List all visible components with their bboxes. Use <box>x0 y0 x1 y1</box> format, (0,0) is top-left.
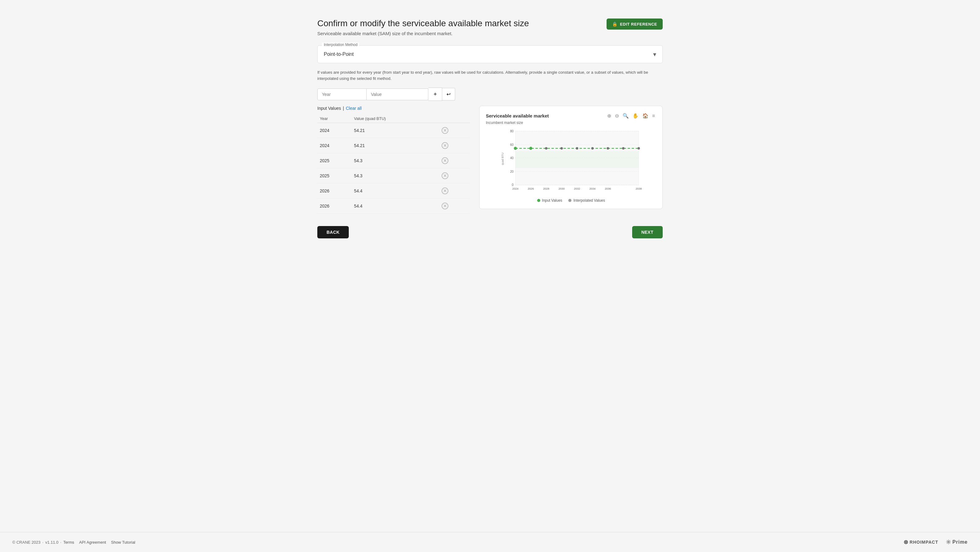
year-cell: 2026 <box>317 199 352 214</box>
footer-left: © CRANE 2023 · v1.11.0 · Terms API Agree… <box>12 540 135 545</box>
delete-row-button[interactable]: ✕ <box>441 141 449 150</box>
table-row: 2024 54.21 ✕ <box>317 138 470 153</box>
year-cell: 2025 <box>317 153 352 169</box>
year-input[interactable] <box>317 89 367 100</box>
chart-svg: 80 60 40 20 0 quad BTU <box>486 128 656 196</box>
delete-row-button[interactable]: ✕ <box>441 126 449 135</box>
menu-button[interactable]: ≡ <box>651 113 656 119</box>
svg-text:2024: 2024 <box>512 187 519 190</box>
legend-input-dot <box>537 199 540 202</box>
delete-row-button[interactable]: ✕ <box>441 156 449 165</box>
delete-icon: ✕ <box>442 157 449 164</box>
values-table: Year Value (quad BTU) 2024 54.21 ✕ 2024 … <box>317 115 470 214</box>
delete-icon: ✕ <box>442 172 449 179</box>
svg-rect-1 <box>515 151 639 168</box>
svg-text:2032: 2032 <box>574 187 580 190</box>
svg-text:2038: 2038 <box>636 187 642 190</box>
chart-section: Serviceable available market ⊕ ⊖ 🔍 ✋ 🏠 ≡… <box>479 106 663 209</box>
clear-all-link[interactable]: Clear all <box>346 106 361 111</box>
legend-interpolated-values: Interpolated Values <box>568 198 605 203</box>
chart-title: Serviceable available market <box>486 113 549 118</box>
interpolation-method-section: Interpolation Method Point-to-Point ▾ <box>317 45 663 63</box>
interpolation-method-value: Point-to-Point <box>324 51 354 57</box>
svg-point-21 <box>622 147 625 150</box>
svg-text:quad BTU: quad BTU <box>501 153 504 165</box>
input-values-section: Input Values | Clear all Year Value (qua… <box>317 106 470 214</box>
value-cell: 54.4 <box>352 183 438 199</box>
table-row: 2025 54.3 ✕ <box>317 153 470 169</box>
svg-point-15 <box>530 147 533 150</box>
next-button[interactable]: NEXT <box>632 226 663 239</box>
edit-reference-button[interactable]: 🔒 EDIT REFERENCE <box>606 19 663 30</box>
rhoimpact-logo: ⊗ RHOIMPACT <box>904 539 939 546</box>
svg-text:2028: 2028 <box>543 187 549 190</box>
svg-point-19 <box>592 147 594 150</box>
zoom-in-button[interactable]: ⊕ <box>606 112 612 119</box>
value-cell: 54.4 <box>352 199 438 214</box>
drag-button[interactable]: ✋ <box>631 112 640 119</box>
copyright: © CRANE 2023 <box>12 540 40 545</box>
table-row: 2026 54.4 ✕ <box>317 199 470 214</box>
svg-text:2026: 2026 <box>528 187 534 190</box>
table-row: 2025 54.3 ✕ <box>317 169 470 183</box>
year-cell: 2026 <box>317 183 352 199</box>
col-value-header: Value (quad BTU) <box>352 115 438 123</box>
zoom-out-button[interactable]: ⊖ <box>614 112 620 119</box>
value-cell: 54.21 <box>352 123 438 138</box>
legend-interpolated-dot <box>568 199 571 202</box>
value-input[interactable] <box>367 89 428 100</box>
version: v1.11.0 <box>45 540 59 545</box>
footer-sep2: · <box>60 540 62 545</box>
delete-icon: ✕ <box>442 203 449 209</box>
footer-sep1: · <box>42 540 43 545</box>
home-button[interactable]: 🏠 <box>641 112 650 119</box>
svg-text:80: 80 <box>510 129 514 133</box>
col-year-header: Year <box>317 115 352 123</box>
svg-text:0: 0 <box>512 183 514 186</box>
page-subtitle: Serviceable available market (SAM) size … <box>317 31 529 36</box>
svg-text:60: 60 <box>510 143 514 146</box>
svg-text:20: 20 <box>510 170 514 173</box>
separator: | <box>343 106 344 111</box>
undo-button[interactable]: ↩ <box>442 88 455 100</box>
delete-icon: ✕ <box>442 142 449 149</box>
svg-text:2030: 2030 <box>559 187 565 190</box>
delete-row-button[interactable]: ✕ <box>441 186 449 195</box>
delete-row-button[interactable]: ✕ <box>441 172 449 180</box>
table-row: 2026 54.4 ✕ <box>317 183 470 199</box>
chart-legend: Input Values Interpolated Values <box>486 198 656 203</box>
legend-interpolated-label: Interpolated Values <box>573 198 605 203</box>
year-cell: 2024 <box>317 123 352 138</box>
chart-container: 80 60 40 20 0 quad BTU <box>486 128 656 196</box>
chart-toolbar: ⊕ ⊖ 🔍 ✋ 🏠 ≡ <box>606 112 656 119</box>
terms-link[interactable]: Terms <box>63 540 74 545</box>
add-value-button[interactable]: ＋ <box>428 87 442 101</box>
rhoimpact-text: RHOIMPACT <box>910 540 939 545</box>
year-cell: 2024 <box>317 138 352 153</box>
prime-text: Prime <box>953 539 968 545</box>
delete-icon: ✕ <box>442 188 449 194</box>
svg-text:2036: 2036 <box>605 187 611 190</box>
interpolation-method-label: Interpolation Method <box>322 43 359 47</box>
chevron-down-icon[interactable]: ▾ <box>653 51 656 58</box>
year-value-input-row: ＋ ↩ <box>317 87 663 101</box>
delete-row-button[interactable]: ✕ <box>441 202 449 210</box>
footer: © CRANE 2023 · v1.11.0 · Terms API Agree… <box>0 532 980 552</box>
delete-icon: ✕ <box>442 127 449 134</box>
page-title: Confirm or modify the serviceable availa… <box>317 19 529 29</box>
legend-input-values: Input Values <box>537 198 562 203</box>
svg-point-17 <box>561 147 563 150</box>
value-cell: 54.3 <box>352 153 438 169</box>
svg-point-16 <box>545 147 548 150</box>
magnify-button[interactable]: 🔍 <box>621 112 630 119</box>
svg-point-14 <box>514 147 517 150</box>
svg-text:2034: 2034 <box>590 187 596 190</box>
back-button[interactable]: BACK <box>317 226 349 239</box>
info-text: If values are provided for every year (f… <box>317 69 663 81</box>
svg-text:40: 40 <box>510 156 514 160</box>
show-tutorial-link[interactable]: Show Tutorial <box>111 540 135 545</box>
footer-right: ⊗ RHOIMPACT ✳ Prime <box>904 538 968 546</box>
value-cell: 54.3 <box>352 169 438 183</box>
svg-point-20 <box>607 147 609 150</box>
api-agreement-link[interactable]: API Agreement <box>79 540 106 545</box>
